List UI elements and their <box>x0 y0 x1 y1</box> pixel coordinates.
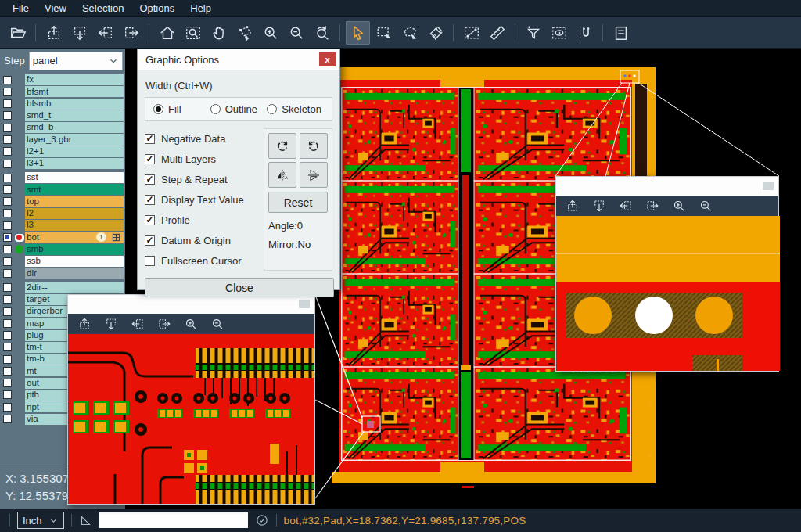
reset-button[interactable]: Reset <box>268 192 328 213</box>
pan-left-button[interactable] <box>129 315 146 332</box>
zoom-in-button[interactable] <box>258 21 282 45</box>
layer-checkbox[interactable] <box>3 307 12 316</box>
radio-outline[interactable]: Outline <box>210 103 268 115</box>
pan-hand-button[interactable] <box>207 21 231 45</box>
clean-brush-button[interactable] <box>423 21 447 45</box>
radio-skeleton[interactable]: Skeleton <box>267 103 324 115</box>
pan-up-button[interactable] <box>564 197 581 214</box>
pan-up-button[interactable] <box>76 315 93 332</box>
sync-check-icon[interactable] <box>255 513 269 527</box>
layer-checkbox[interactable] <box>3 390 12 399</box>
menu-selection[interactable]: Selection <box>74 2 131 14</box>
zoom-window-title-bar[interactable] <box>68 295 314 314</box>
pan-down-button[interactable] <box>591 197 608 214</box>
step-select[interactable]: panel <box>29 52 123 70</box>
zoom-out-button[interactable] <box>209 315 226 332</box>
layer-name[interactable]: smb <box>25 244 124 255</box>
home-view-button[interactable] <box>155 21 179 45</box>
grid-icon[interactable] <box>112 233 120 242</box>
option-display-text-value[interactable]: ✓Display Text Value <box>145 189 264 210</box>
layer-name[interactable]: l2+1 <box>25 146 124 157</box>
rotate-ccw-button[interactable] <box>300 133 328 159</box>
layer-name[interactable]: ssb <box>25 256 124 267</box>
layer-name[interactable]: l3+1 <box>25 158 124 169</box>
select-arrow-button[interactable] <box>346 21 370 45</box>
rotate-cw-button[interactable] <box>268 133 296 159</box>
layer-checkbox[interactable] <box>3 174 12 182</box>
layer-checkbox[interactable] <box>3 185 12 194</box>
zoom-out-button[interactable] <box>284 21 308 45</box>
zoom-previous-button[interactable] <box>310 21 334 45</box>
menu-help[interactable]: Help <box>182 2 219 14</box>
dialog-title-bar[interactable]: Graphic Options x <box>138 49 339 70</box>
layer-checkbox[interactable] <box>3 209 12 217</box>
layer-name[interactable]: smd_t <box>25 110 124 121</box>
select-polygon-button[interactable] <box>397 21 422 45</box>
option-datum-origin[interactable]: ✓Datum & Origin <box>145 230 264 250</box>
layer-checkbox[interactable] <box>3 76 12 84</box>
layer-name[interactable]: l3 <box>25 220 124 231</box>
menu-file[interactable]: File <box>5 2 37 14</box>
checkbox-icon[interactable]: ✓ <box>145 215 155 225</box>
pan-right-button[interactable] <box>156 315 173 332</box>
zoom-detail-view-left[interactable] <box>68 334 314 504</box>
layer-checkbox[interactable] <box>3 147 12 156</box>
menu-view[interactable]: View <box>37 2 74 14</box>
option-step-repeat[interactable]: ✓Step & Repeat <box>145 169 264 189</box>
menu-options[interactable]: Options <box>131 2 182 14</box>
radio-icon[interactable] <box>267 104 277 114</box>
layer-checkbox[interactable] <box>3 269 12 278</box>
pan-right-button[interactable] <box>119 21 143 45</box>
layer-name[interactable]: bot1 <box>25 232 124 243</box>
checkbox-icon[interactable]: ✓ <box>145 154 155 164</box>
layer-name[interactable]: fx <box>25 74 124 85</box>
layer-checkbox[interactable] <box>3 379 12 387</box>
layer-name[interactable]: 2dir-- <box>25 282 124 293</box>
checkbox-icon[interactable]: ✓ <box>145 134 155 144</box>
zoom-in-button[interactable] <box>182 315 199 332</box>
zoom-window-title-bar[interactable] <box>556 177 778 196</box>
window-button[interactable] <box>763 182 774 190</box>
layer-checkbox[interactable] <box>3 233 12 242</box>
option-negative-data[interactable]: ✓Negative Data <box>145 128 264 149</box>
layer-checkbox[interactable] <box>3 197 12 206</box>
layer-checkbox[interactable] <box>3 295 12 304</box>
radio-icon[interactable] <box>210 104 221 114</box>
layer-name[interactable]: top <box>25 196 124 207</box>
option-profile[interactable]: ✓Profile <box>145 210 264 230</box>
checkbox-icon[interactable]: ✓ <box>145 174 155 185</box>
layer-checkbox[interactable] <box>3 415 12 423</box>
zoom-out-button[interactable] <box>697 197 714 214</box>
pan-down-button[interactable] <box>67 21 92 45</box>
layer-name[interactable]: sst <box>25 172 124 183</box>
layer-checkbox[interactable] <box>3 367 12 376</box>
layer-checkbox[interactable] <box>3 88 12 96</box>
window-button[interactable] <box>299 300 310 308</box>
view-area-button[interactable] <box>547 21 571 45</box>
layer-checkbox[interactable] <box>3 124 12 132</box>
layer-checkbox[interactable] <box>3 283 12 292</box>
layer-checkbox[interactable] <box>3 343 12 351</box>
close-icon[interactable]: x <box>319 52 336 66</box>
option-fullscreen-cursor[interactable]: Fullscreen Cursor <box>145 250 264 271</box>
zoom-in-button[interactable] <box>670 197 688 214</box>
layer-checkbox[interactable] <box>3 403 12 412</box>
checkbox-icon[interactable]: ✓ <box>145 235 155 246</box>
pan-up-button[interactable] <box>41 21 66 45</box>
checkbox-icon[interactable] <box>145 256 155 266</box>
unit-select[interactable]: Inch <box>17 512 64 529</box>
layer-name[interactable]: l2 <box>25 208 124 219</box>
flip-h-button[interactable] <box>268 162 296 188</box>
option-multi-layers[interactable]: ✓Multi Layers <box>145 149 264 169</box>
snap-magnet-button[interactable] <box>573 21 597 45</box>
flip-v-button[interactable] <box>300 162 328 188</box>
zoom-window-button[interactable] <box>181 21 205 45</box>
layer-checkbox[interactable] <box>3 355 12 364</box>
layer-name[interactable]: smd_b <box>25 122 124 133</box>
pan-left-button[interactable] <box>93 21 117 45</box>
close-button[interactable]: Close <box>145 278 334 297</box>
layer-checkbox[interactable] <box>3 257 12 266</box>
measure-ruler-button[interactable] <box>485 21 509 45</box>
move-vertex-button[interactable] <box>232 21 257 45</box>
zoom-detail-view-right[interactable] <box>556 216 780 371</box>
